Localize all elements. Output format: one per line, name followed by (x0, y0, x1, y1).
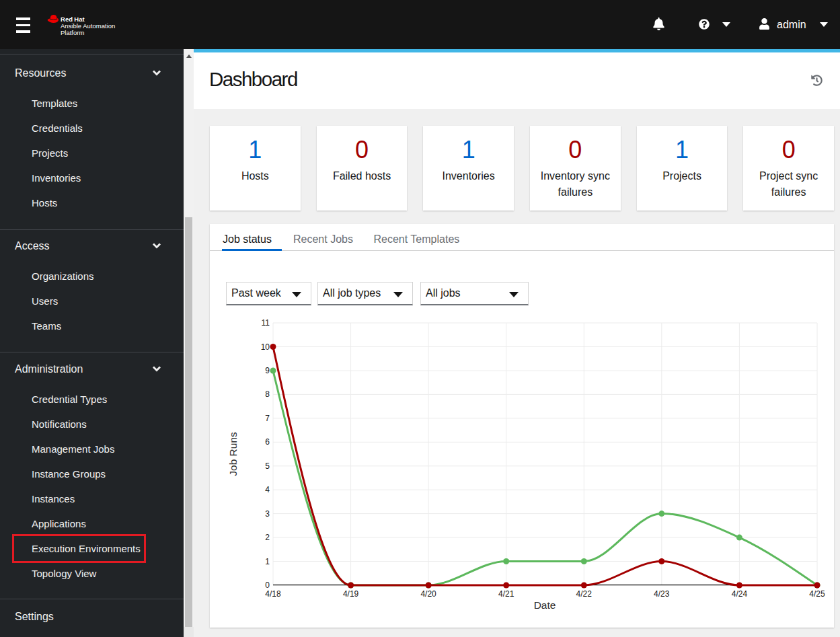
svg-text:4/24: 4/24 (732, 589, 748, 599)
svg-text:4/23: 4/23 (654, 589, 670, 599)
svg-text:11: 11 (262, 318, 270, 328)
svg-text:5: 5 (265, 461, 270, 471)
svg-text:6: 6 (265, 437, 270, 447)
svg-text:8: 8 (265, 389, 270, 399)
svg-text:2: 2 (265, 533, 270, 542)
svg-text:0: 0 (265, 580, 270, 590)
svg-text:4: 4 (265, 485, 270, 494)
svg-text:4/25: 4/25 (809, 589, 825, 599)
svg-text:10: 10 (261, 342, 270, 352)
svg-text:4/21: 4/21 (498, 589, 514, 599)
svg-text:4/22: 4/22 (576, 589, 593, 599)
svg-text:Date: Date (534, 599, 556, 611)
svg-text:4/18: 4/18 (265, 589, 281, 599)
svg-text:4/19: 4/19 (343, 589, 359, 599)
svg-text:9: 9 (265, 366, 270, 375)
svg-text:1: 1 (265, 557, 270, 566)
svg-text:Job Runs: Job Runs (227, 432, 239, 476)
svg-text:3: 3 (265, 509, 270, 519)
svg-text:4/20: 4/20 (420, 589, 436, 599)
svg-text:7: 7 (265, 414, 270, 423)
